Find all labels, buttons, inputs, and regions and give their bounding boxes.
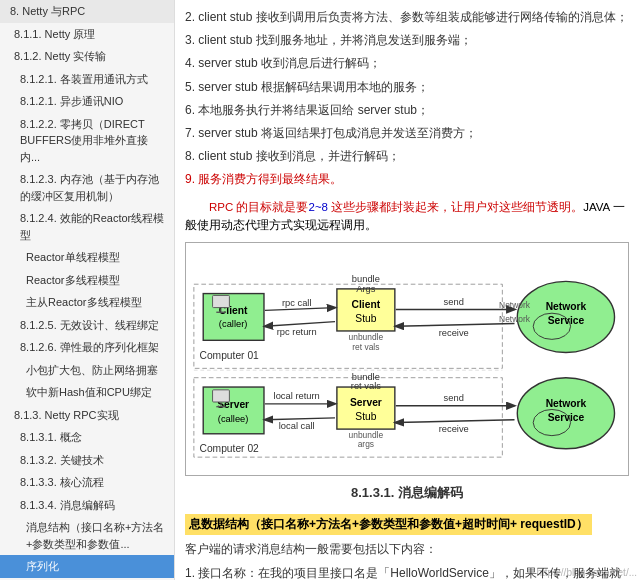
svg-rect-7 [337,289,395,331]
svg-line-45 [265,418,335,420]
step-item-0: 2. client stub 接收到调用后负责将方法、参数等组装成能够进行网络传… [185,8,629,27]
sidebar-item-3[interactable]: 8.1.2.1. 各装置用通讯方式 [0,68,174,91]
svg-text:local return: local return [274,391,320,401]
svg-rect-51 [213,296,230,308]
sidebar-item-19[interactable]: 8.1.3.4. 消息编解码 [0,494,174,517]
sidebar-item-5[interactable]: 8.1.2.2. 零拷贝（DIRECT BUFFERS使用非堆外直接内... [0,113,174,169]
rpc-note: RPC 的目标就是要2~8 这些步骤都封装起来，让用户对这些细节透明。JAVA … [185,198,629,235]
svg-text:Stub: Stub [355,313,376,324]
svg-line-49 [396,420,515,423]
svg-text:Server: Server [350,397,382,408]
step-item-5: 7. server stub 将返回结果打包成消息并发送至消费方； [185,124,629,143]
step-item-1: 3. client stub 找到服务地址，并将消息发送到服务端； [185,31,629,50]
svg-text:receive: receive [439,424,469,434]
svg-text:Args: Args [356,284,376,294]
svg-line-22 [265,322,335,327]
sidebar-item-6[interactable]: 8.1.2.3. 内存池（基于内存池的缓冲区复用机制） [0,168,174,207]
sidebar-item-9[interactable]: Reactor多线程模型 [0,269,174,292]
sidebar-item-4[interactable]: 8.1.2.1. 异步通讯NIO [0,90,174,113]
sidebar-item-1[interactable]: 8.1.1. Netty 原理 [0,23,174,46]
svg-text:Network: Network [499,314,531,324]
svg-line-26 [396,324,515,327]
svg-text:args: args [358,439,374,449]
sidebar-item-15[interactable]: 8.1.3. Netty RPC实现 [0,404,174,427]
step-item-3: 5. server stub 根据解码结果调用本地的服务； [185,78,629,97]
step-item-7: 9. 服务消费方得到最终结果。 [185,170,629,189]
sidebar-item-14[interactable]: 软中新Hash值和CPU绑定 [0,381,174,404]
sidebar-item-12[interactable]: 8.1.2.6. 弹性最的序列化框架 [0,336,174,359]
svg-text:Network: Network [499,300,531,310]
sidebar-item-11[interactable]: 8.1.2.5. 无效设计、线程绑定 [0,314,174,337]
svg-text:Service: Service [548,412,585,423]
svg-text:ret vals: ret vals [351,381,381,391]
sidebar-item-0[interactable]: 8. Netty 与RPC [0,0,174,23]
svg-text:rpc return: rpc return [277,327,317,337]
svg-text:send: send [444,297,464,307]
sidebar-item-7[interactable]: 8.1.2.4. 效能的Reactor线程模型 [0,207,174,246]
svg-text:(caller): (caller) [219,319,248,329]
svg-text:rpc call: rpc call [282,298,312,308]
svg-text:local call: local call [279,421,315,431]
sidebar-item-10[interactable]: 主从Reactor多线程模型 [0,291,174,314]
sidebar: 8. Netty 与RPC8.1.1. Netty 原理8.1.2. Netty… [0,0,175,580]
svg-text:receive: receive [439,328,469,338]
step-item-2: 4. server stub 收到消息后进行解码； [185,54,629,73]
svg-text:ret vals: ret vals [352,342,379,352]
sidebar-item-8[interactable]: Reactor单线程模型 [0,246,174,269]
svg-text:send: send [444,393,464,403]
svg-text:Stub: Stub [355,411,376,422]
sidebar-item-17[interactable]: 8.1.3.2. 关键技术 [0,449,174,472]
diagram-svg: Computer 01 Computer 02 Client (caller) … [192,249,622,469]
rpc-diagram: Computer 01 Computer 02 Client (caller) … [185,242,629,476]
watermark: https://blog.csdn.net/... [536,567,637,578]
section-title: 8.1.3.1. 消息编解码 [185,484,629,502]
sidebar-item-2[interactable]: 8.1.2. Netty 实传输 [0,45,174,68]
sidebar-item-18[interactable]: 8.1.3.3. 核心流程 [0,471,174,494]
svg-text:Client: Client [352,299,381,310]
steps-list: 2. client stub 接收到调用后负责将方法、参数等组装成能够进行网络传… [185,8,629,190]
sidebar-item-16[interactable]: 8.1.3.1. 概念 [0,426,174,449]
sidebar-item-21[interactable]: 序列化 [0,555,174,578]
svg-rect-32 [337,387,395,429]
svg-rect-54 [213,390,230,402]
main-content: 2. client stub 接收到调用后负责将方法、参数等组装成能够进行网络传… [175,0,639,580]
svg-text:Computer 02: Computer 02 [199,444,259,455]
svg-text:(callee): (callee) [218,414,249,424]
desc-text: 客户端的请求消息结构一般需要包括以下内容： [185,539,629,559]
svg-text:Computer 01: Computer 01 [199,350,259,361]
step-item-4: 6. 本地服务执行并将结果返回给 server stub； [185,101,629,120]
svg-line-18 [265,308,335,311]
svg-text:Network: Network [546,302,587,313]
sidebar-item-13[interactable]: 小包扩大包、防止网络拥塞 [0,359,174,382]
svg-text:Service: Service [548,316,585,327]
step-item-6: 8. client stub 接收到消息，并进行解码； [185,147,629,166]
sidebar-item-20[interactable]: 消息结构（接口名称+方法名+参数类型和参数值... [0,516,174,555]
svg-text:Network: Network [546,398,587,409]
msg-structure-title: 息数据结构（接口名称+方法名+参数类型和参数值+超时时间+ requestID） [185,514,592,535]
